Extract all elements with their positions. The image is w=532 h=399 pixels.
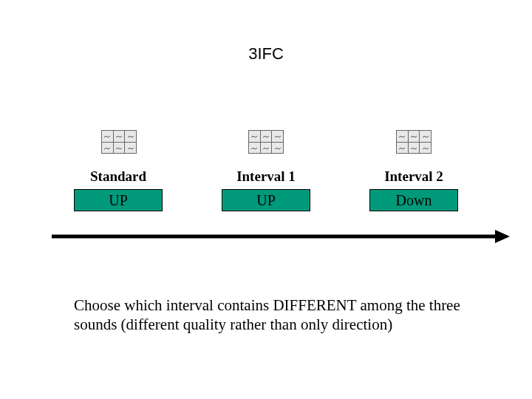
interval1-button-label: UP [256, 192, 276, 208]
instruction-text: Choose which interval contains DIFFERENT… [74, 296, 488, 335]
image-grid-icon [396, 130, 432, 154]
image-grid-icon [101, 130, 137, 154]
standard-button-label: UP [109, 192, 128, 208]
column-label-interval1: Interval 1 [214, 168, 318, 185]
timeline-arrow-icon [52, 225, 510, 248]
slide: 3IFC Standard Interval 1 Interval 2 UP U… [0, 0, 532, 399]
interval1-button[interactable]: UP [222, 189, 310, 211]
column-label-standard: Standard [66, 168, 170, 185]
standard-button[interactable]: UP [74, 189, 163, 211]
column-label-interval2: Interval 2 [362, 168, 466, 185]
interval2-button-label: Down [396, 192, 432, 208]
svg-marker-1 [495, 230, 510, 243]
slide-title: 3IFC [0, 44, 532, 64]
image-grid-icon [248, 130, 284, 154]
interval2-button[interactable]: Down [369, 189, 458, 211]
